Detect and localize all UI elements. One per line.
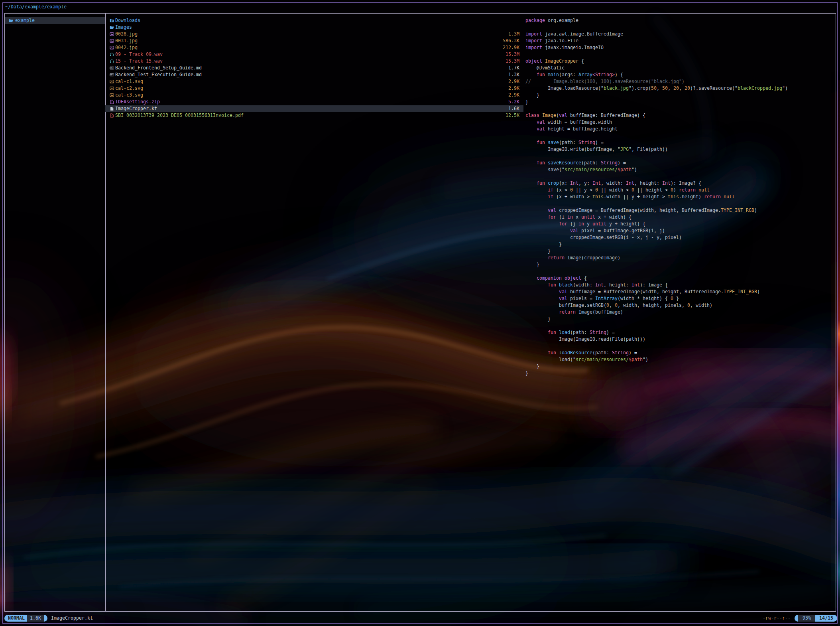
code-token: } [525,241,562,247]
code-token: } [525,248,551,254]
code-line: } [525,99,835,105]
code-token: ( [637,207,640,213]
code-token: x [559,187,562,193]
code-token: ( [732,85,735,91]
file-list-item[interactable]: SBI_0032013739_2023_DE05_0003155631Invoi… [105,112,523,119]
terminal-screen: ~/Data/example/example example Downloads… [0,0,840,626]
code-token: " [562,167,565,172]
code-line: import javax.imageio.ImageIO [525,44,835,51]
code-token: , [631,146,637,152]
code-token: ( [648,146,651,152]
code-token: " [643,357,645,362]
file-list-item[interactable]: ImageCropper.kt1.6K [105,105,523,112]
code-token [578,214,581,220]
parent-dir-item[interactable]: example [5,17,105,24]
code-token: path [562,140,573,145]
code-token: fun [537,72,545,77]
code-token: = [562,119,570,125]
code-token: fun [548,350,556,355]
code-token: : [595,113,601,118]
file-list-item[interactable]: Images [105,24,523,31]
code-token: val [537,119,545,125]
code-token: Int [662,180,671,186]
code-token: , [682,302,687,308]
code-token: ( [567,221,573,227]
markdown-icon [110,66,114,70]
code-token: read [598,336,609,342]
permission-char: r [774,615,777,622]
code-token: ). [631,85,637,91]
code-line [525,173,835,180]
code-token: } [525,370,528,376]
code-token: import [525,31,542,37]
code-token: ( [581,255,584,261]
permission-char: - [788,615,791,622]
code-token: object [525,58,542,64]
code-token: || [620,194,631,199]
code-line: for (j in y until y + height) { [525,221,835,227]
code-token: buffImage [559,302,584,308]
code-token: * [634,296,643,301]
code-token: TYPE_INT_RGB [721,207,754,213]
code-token: $path [629,357,643,362]
code-token: Image [559,336,573,342]
code-token: String [601,160,618,166]
code-token: , [654,228,659,233]
file-list-item[interactable]: 0028.jpg1.3M [105,31,523,38]
code-token: return [704,194,721,199]
code-token [525,126,537,132]
code-token [525,221,559,227]
code-line: fun crop(x: Int, y: Int, width: Int, hei… [525,180,835,187]
code-line: val height = buffImage.height [525,126,835,132]
code-token: < [562,187,570,193]
code-token: saveResource [698,85,732,91]
code-token: import [525,38,542,43]
code-token: @JvmStatic [525,65,565,71]
code-token: : [595,160,601,166]
code-token: ( [623,336,626,342]
file-list-item[interactable]: 15 - Track 15.wav15.3M [105,58,523,65]
file-list-item[interactable]: Backend_Test_Execution_Guide.md1.3K [105,71,523,78]
code-token: x [562,180,565,186]
file-list-item[interactable]: 0042.jpg212.9K [105,44,523,51]
file-list-item[interactable]: Downloads [105,17,523,24]
code-token: Int [631,282,640,288]
code-token [525,296,559,301]
code-token: ( [592,309,595,315]
code-token: BufferedImage [604,289,640,294]
code-token [525,235,570,240]
code-token: height [643,194,659,199]
code-token: ) = [629,350,637,355]
code-token [567,289,570,294]
file-list-item[interactable]: cal-c1.svg2.9K [105,78,523,85]
code-token [545,126,548,132]
code-token: , [659,235,665,240]
file-list-item[interactable]: 0031.jpg586.3K [105,38,523,44]
file-size: 586.3K [503,38,519,44]
code-token: ): [640,282,648,288]
code-token: height [659,207,676,213]
code-token: y [584,187,587,193]
code-token: // Image.black(100, 100).saveResource("b… [525,79,685,84]
file-list-item[interactable]: cal-c2.svg2.9K [105,85,523,92]
file-size: 1.7K [508,65,519,71]
code-token: ) [662,228,665,233]
file-list-item[interactable]: 09 - Track 09.wav15.3M [105,51,523,58]
code-token: BufferedImage [682,207,718,213]
file-list-item[interactable]: Backend_Frontend_Setup_Guide.md1.7K [105,65,523,71]
code-token: = [595,228,604,233]
code-token: < [623,187,631,193]
code-token: ( [559,180,562,186]
code-token: . [721,289,724,294]
code-token: saveResource [548,160,581,166]
permission-char: - [763,615,765,622]
code-line: } [525,92,835,99]
code-token: ) [679,235,682,240]
file-size: 212.9K [503,44,519,51]
file-size: 1.3K [508,71,519,78]
code-token [525,255,548,261]
file-list-item[interactable]: cal-c3.svg2.9K [105,92,523,99]
code-token [525,228,570,233]
file-list-item[interactable]: IDEAsettings.zip5.2K [105,99,523,105]
code-token: + [601,214,609,220]
